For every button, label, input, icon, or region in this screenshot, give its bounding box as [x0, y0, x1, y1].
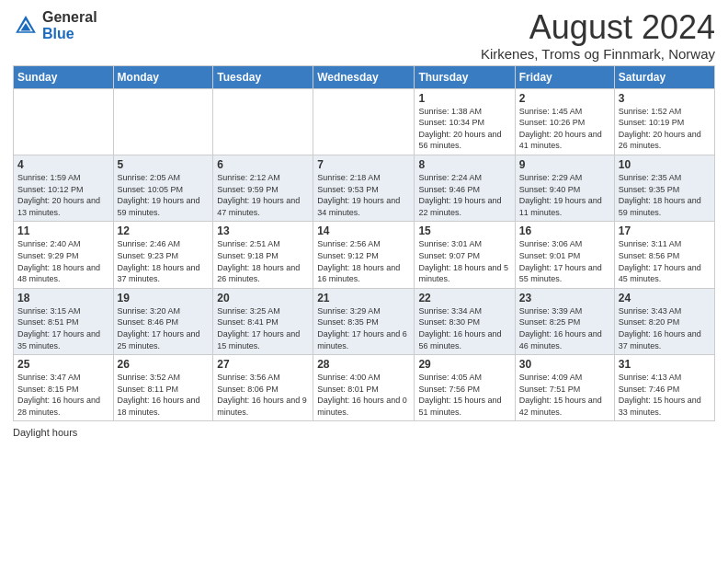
logo-general-text: General: [42, 9, 97, 26]
calendar-header: Sunday Monday Tuesday Wednesday Thursday…: [14, 65, 715, 88]
subtitle: Kirkenes, Troms og Finnmark, Norway: [481, 46, 715, 62]
day-number: 4: [17, 158, 109, 171]
day-number: 5: [118, 158, 210, 171]
day-number: 19: [118, 292, 210, 304]
title-block: August 2024 Kirkenes, Troms og Finnmark,…: [481, 9, 715, 62]
day-info: Sunrise: 3:56 AM Sunset: 8:06 PM Dayligh…: [217, 372, 309, 418]
day-number: 26: [118, 358, 210, 371]
col-wednesday: Wednesday: [313, 65, 415, 88]
day-info: Sunrise: 2:40 AM Sunset: 9:29 PM Dayligh…: [17, 238, 109, 284]
col-monday: Monday: [113, 65, 213, 88]
day-number: 18: [17, 292, 109, 304]
day-info: Sunrise: 3:47 AM Sunset: 8:15 PM Dayligh…: [17, 372, 109, 418]
table-row: 16Sunrise: 3:06 AM Sunset: 9:01 PM Dayli…: [515, 222, 614, 288]
table-row: 15Sunrise: 3:01 AM Sunset: 9:07 PM Dayli…: [415, 222, 515, 288]
table-row: 8Sunrise: 2:24 AM Sunset: 9:46 PM Daylig…: [415, 155, 515, 221]
day-number: 21: [317, 292, 410, 304]
day-number: 2: [519, 92, 610, 105]
table-row: 25Sunrise: 3:47 AM Sunset: 8:15 PM Dayli…: [14, 355, 114, 421]
header: General Blue August 2024 Kirkenes, Troms…: [13, 9, 715, 62]
day-number: 9: [519, 158, 610, 171]
day-info: Sunrise: 3:20 AM Sunset: 8:46 PM Dayligh…: [118, 305, 210, 351]
day-info: Sunrise: 2:29 AM Sunset: 9:40 PM Dayligh…: [519, 172, 610, 218]
table-row: 4Sunrise: 1:59 AM Sunset: 10:12 PM Dayli…: [14, 155, 114, 221]
table-row: [313, 88, 415, 155]
day-info: Sunrise: 4:05 AM Sunset: 7:56 PM Dayligh…: [418, 372, 510, 418]
day-info: Sunrise: 3:01 AM Sunset: 9:07 PM Dayligh…: [418, 238, 510, 284]
table-row: 28Sunrise: 4:00 AM Sunset: 8:01 PM Dayli…: [313, 355, 415, 421]
table-row: 10Sunrise: 2:35 AM Sunset: 9:35 PM Dayli…: [614, 155, 714, 221]
day-number: 27: [217, 358, 309, 371]
table-row: 21Sunrise: 3:29 AM Sunset: 8:35 PM Dayli…: [313, 288, 415, 354]
day-number: 17: [619, 224, 711, 237]
day-info: Sunrise: 3:25 AM Sunset: 8:41 PM Dayligh…: [217, 305, 309, 351]
day-info: Sunrise: 2:56 AM Sunset: 9:12 PM Dayligh…: [317, 238, 410, 284]
table-row: 23Sunrise: 3:39 AM Sunset: 8:25 PM Dayli…: [515, 288, 614, 354]
calendar: Sunday Monday Tuesday Wednesday Thursday…: [13, 65, 715, 422]
day-number: 3: [619, 92, 711, 105]
logo: General Blue: [13, 9, 97, 41]
calendar-row: 25Sunrise: 3:47 AM Sunset: 8:15 PM Dayli…: [14, 355, 715, 421]
day-info: Sunrise: 2:35 AM Sunset: 9:35 PM Dayligh…: [619, 172, 711, 218]
logo-text: General Blue: [42, 9, 97, 41]
day-info: Sunrise: 3:34 AM Sunset: 8:30 PM Dayligh…: [418, 305, 510, 351]
day-info: Sunrise: 3:39 AM Sunset: 8:25 PM Dayligh…: [519, 305, 610, 351]
day-number: 31: [619, 358, 711, 371]
logo-blue-text: Blue: [42, 26, 97, 42]
day-info: Sunrise: 2:24 AM Sunset: 9:46 PM Dayligh…: [418, 172, 510, 218]
table-row: [113, 88, 213, 155]
day-info: Sunrise: 1:38 AM Sunset: 10:34 PM Daylig…: [418, 106, 510, 152]
table-row: 6Sunrise: 2:12 AM Sunset: 9:59 PM Daylig…: [213, 155, 313, 221]
day-number: 15: [418, 224, 510, 237]
col-friday: Friday: [515, 65, 614, 88]
calendar-body: 1Sunrise: 1:38 AM Sunset: 10:34 PM Dayli…: [14, 88, 715, 421]
footer: Daylight hours: [13, 427, 715, 438]
table-row: 5Sunrise: 2:05 AM Sunset: 10:05 PM Dayli…: [113, 155, 213, 221]
logo-icon: [13, 13, 39, 39]
table-row: 17Sunrise: 3:11 AM Sunset: 8:56 PM Dayli…: [614, 222, 714, 288]
table-row: 13Sunrise: 2:51 AM Sunset: 9:18 PM Dayli…: [213, 222, 313, 288]
day-number: 6: [217, 158, 309, 171]
day-number: 11: [17, 224, 109, 237]
month-title: August 2024: [481, 9, 715, 46]
day-number: 20: [217, 292, 309, 304]
table-row: 29Sunrise: 4:05 AM Sunset: 7:56 PM Dayli…: [415, 355, 515, 421]
day-number: 7: [317, 158, 410, 171]
day-info: Sunrise: 2:05 AM Sunset: 10:05 PM Daylig…: [118, 172, 210, 218]
table-row: 11Sunrise: 2:40 AM Sunset: 9:29 PM Dayli…: [14, 222, 114, 288]
col-saturday: Saturday: [614, 65, 714, 88]
table-row: 14Sunrise: 2:56 AM Sunset: 9:12 PM Dayli…: [313, 222, 415, 288]
day-info: Sunrise: 2:51 AM Sunset: 9:18 PM Dayligh…: [217, 238, 309, 284]
day-info: Sunrise: 3:43 AM Sunset: 8:20 PM Dayligh…: [619, 305, 711, 351]
table-row: 22Sunrise: 3:34 AM Sunset: 8:30 PM Dayli…: [415, 288, 515, 354]
day-info: Sunrise: 4:00 AM Sunset: 8:01 PM Dayligh…: [317, 372, 410, 418]
day-number: 14: [317, 224, 410, 237]
day-info: Sunrise: 3:11 AM Sunset: 8:56 PM Dayligh…: [619, 238, 711, 284]
calendar-row: 11Sunrise: 2:40 AM Sunset: 9:29 PM Dayli…: [14, 222, 715, 288]
day-number: 29: [418, 358, 510, 371]
table-row: 30Sunrise: 4:09 AM Sunset: 7:51 PM Dayli…: [515, 355, 614, 421]
table-row: 20Sunrise: 3:25 AM Sunset: 8:41 PM Dayli…: [213, 288, 313, 354]
table-row: 27Sunrise: 3:56 AM Sunset: 8:06 PM Dayli…: [213, 355, 313, 421]
day-info: Sunrise: 1:52 AM Sunset: 10:19 PM Daylig…: [619, 106, 711, 152]
day-info: Sunrise: 1:45 AM Sunset: 10:26 PM Daylig…: [519, 106, 610, 152]
calendar-row: 4Sunrise: 1:59 AM Sunset: 10:12 PM Dayli…: [14, 155, 715, 221]
day-number: 10: [619, 158, 711, 171]
day-number: 12: [118, 224, 210, 237]
table-row: [14, 88, 114, 155]
day-number: 28: [317, 358, 410, 371]
day-info: Sunrise: 1:59 AM Sunset: 10:12 PM Daylig…: [17, 172, 109, 218]
day-info: Sunrise: 2:12 AM Sunset: 9:59 PM Dayligh…: [217, 172, 309, 218]
table-row: 7Sunrise: 2:18 AM Sunset: 9:53 PM Daylig…: [313, 155, 415, 221]
day-info: Sunrise: 2:46 AM Sunset: 9:23 PM Dayligh…: [118, 238, 210, 284]
calendar-row: 18Sunrise: 3:15 AM Sunset: 8:51 PM Dayli…: [14, 288, 715, 354]
day-number: 23: [519, 292, 610, 304]
day-info: Sunrise: 3:06 AM Sunset: 9:01 PM Dayligh…: [519, 238, 610, 284]
table-row: 26Sunrise: 3:52 AM Sunset: 8:11 PM Dayli…: [113, 355, 213, 421]
table-row: 12Sunrise: 2:46 AM Sunset: 9:23 PM Dayli…: [113, 222, 213, 288]
day-info: Sunrise: 3:29 AM Sunset: 8:35 PM Dayligh…: [317, 305, 410, 351]
day-number: 13: [217, 224, 309, 237]
table-row: 3Sunrise: 1:52 AM Sunset: 10:19 PM Dayli…: [614, 88, 714, 155]
calendar-row: 1Sunrise: 1:38 AM Sunset: 10:34 PM Dayli…: [14, 88, 715, 155]
col-sunday: Sunday: [14, 65, 114, 88]
